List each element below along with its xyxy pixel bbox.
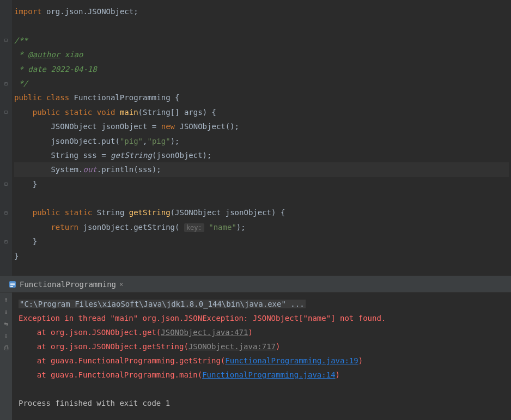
- gutter-fold-icon: [0, 220, 12, 234]
- console-body: ↑ ↓ ⇆ ⇩ ⎙ "C:\Program Files\xiaoSoft\Jav…: [0, 293, 511, 420]
- code-line[interactable]: }: [14, 249, 509, 263]
- console-tab-bar: FunctionalProgramming ×: [0, 276, 511, 293]
- gutter-fold-icon: [0, 62, 12, 76]
- code-line[interactable]: [14, 19, 509, 33]
- code-line[interactable]: return jsonObject.getString( key: "name"…: [14, 220, 509, 234]
- gutter-fold-icon[interactable]: ⊟: [0, 205, 12, 220]
- console-panel: FunctionalProgramming × ↑ ↓ ⇆ ⇩ ⎙ "C:\Pr…: [0, 276, 511, 420]
- gutter-fold-icon[interactable]: ⊟: [0, 33, 12, 47]
- gutter-fold-icon: [0, 249, 12, 263]
- code-line[interactable]: */: [14, 76, 509, 90]
- console-toolbar: ↑ ↓ ⇆ ⇩ ⎙: [0, 293, 12, 420]
- gutter-fold-icon: [0, 4, 12, 19]
- code-line[interactable]: import org.json.JSONObject;: [14, 4, 509, 19]
- console-line: Exception in thread "main" org.json.JSON…: [19, 311, 504, 325]
- gutter-fold-icon: [0, 19, 12, 33]
- gutter-fold-icon: [0, 191, 12, 205]
- console-line: at guava.FunctionalProgramming.main(Func…: [19, 368, 504, 382]
- code-line[interactable]: public static String getString(JSONObjec…: [14, 205, 509, 220]
- code-line[interactable]: }: [14, 234, 509, 248]
- console-tab[interactable]: FunctionalProgramming ×: [4, 278, 127, 291]
- code-line[interactable]: System.out.println(sss);: [14, 162, 509, 176]
- code-line[interactable]: * @author xiao: [14, 47, 509, 62]
- stacktrace-link[interactable]: JSONObject.java:717: [188, 342, 276, 351]
- svg-rect-2: [10, 284, 15, 285]
- wrap-icon[interactable]: ⇆: [4, 320, 8, 327]
- console-tab-label: FunctionalProgramming: [20, 280, 116, 289]
- console-output[interactable]: "C:\Program Files\xiaoSoft\Java\jdk1.8.0…: [12, 293, 511, 420]
- code-line[interactable]: public class FunctionalProgramming {: [14, 90, 509, 105]
- console-line: at guava.FunctionalProgramming.getString…: [19, 354, 504, 368]
- code-line[interactable]: JSONObject jsonObject = new JSONObject()…: [14, 119, 509, 133]
- gutter-fold-icon[interactable]: ⊡: [0, 76, 12, 90]
- stacktrace-link[interactable]: FunctionalProgramming.java:14: [202, 370, 335, 379]
- stacktrace-link[interactable]: FunctionalProgramming.java:19: [225, 356, 358, 365]
- editor-gutter: ⊟⊡⊟⊡⊟⊡: [0, 0, 12, 276]
- gutter-fold-icon: [0, 162, 12, 176]
- gutter-fold-icon: [0, 90, 12, 105]
- gutter-fold-icon: [0, 148, 12, 162]
- code-line[interactable]: jsonObject.put("pig","pig");: [14, 134, 509, 148]
- gutter-fold-icon[interactable]: ⊡: [0, 177, 12, 191]
- gutter-fold-icon[interactable]: ⊡: [0, 234, 12, 248]
- code-line[interactable]: String sss = getString(jsonObject);: [14, 148, 509, 162]
- console-line: "C:\Program Files\xiaoSoft\Java\jdk1.8.0…: [19, 297, 504, 311]
- console-line: at org.json.JSONObject.get(JSONObject.ja…: [19, 325, 504, 339]
- code-content[interactable]: import org.json.JSONObject; /** * @autho…: [12, 0, 511, 276]
- code-line[interactable]: /**: [14, 33, 509, 47]
- svg-rect-1: [10, 283, 15, 284]
- gutter-fold-icon: [0, 119, 12, 133]
- console-line: [19, 382, 504, 396]
- close-tab-icon[interactable]: ×: [119, 281, 123, 288]
- up-icon[interactable]: ↑: [4, 296, 8, 303]
- print-icon[interactable]: ⎙: [4, 344, 8, 351]
- gutter-fold-icon[interactable]: ⊟: [0, 105, 12, 119]
- code-line[interactable]: [14, 191, 509, 205]
- run-config-icon: [9, 281, 16, 288]
- gutter-fold-icon: [0, 47, 12, 62]
- down-icon[interactable]: ↓: [4, 308, 8, 315]
- code-line[interactable]: }: [14, 177, 509, 191]
- code-editor[interactable]: ⊟⊡⊟⊡⊟⊡ import org.json.JSONObject; /** *…: [0, 0, 511, 276]
- stacktrace-link[interactable]: JSONObject.java:471: [161, 328, 248, 337]
- gutter-fold-icon: [0, 134, 12, 148]
- code-line[interactable]: public static void main(String[] args) {: [14, 105, 509, 119]
- console-line: Process finished with exit code 1: [19, 396, 504, 410]
- console-line: at org.json.JSONObject.getString(JSONObj…: [19, 339, 504, 354]
- svg-rect-3: [10, 286, 13, 287]
- code-line[interactable]: * date 2022-04-18: [14, 62, 509, 76]
- export-icon[interactable]: ⇩: [4, 332, 8, 339]
